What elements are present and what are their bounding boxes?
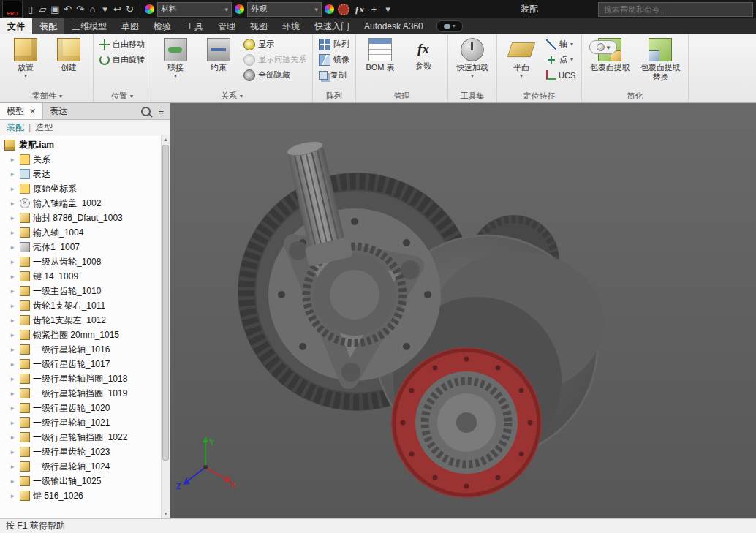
expand-chevron-icon[interactable]: ▸ bbox=[11, 156, 17, 163]
tree-item[interactable]: ▸ 键 516_1026 bbox=[0, 488, 170, 503]
pattern-button[interactable]: 阵列 bbox=[317, 37, 352, 51]
parameters-fx-icon[interactable]: ƒx bbox=[352, 4, 366, 15]
tree-item[interactable]: ▸ 一级行星轮轴挡圈_1022 bbox=[0, 430, 170, 445]
new-file-icon[interactable]: ▯ bbox=[24, 2, 37, 17]
home-icon[interactable]: ⌂ bbox=[86, 2, 99, 17]
ribbon-tab[interactable]: 工具 bbox=[178, 18, 211, 34]
tree-item[interactable]: ▸ 输入轴端盖_1002 bbox=[0, 196, 170, 211]
expand-chevron-icon[interactable]: ▸ bbox=[11, 273, 17, 280]
scroll-down-icon[interactable]: ▼ bbox=[163, 510, 168, 518]
panel-label-simplify[interactable]: 简化 bbox=[584, 90, 686, 102]
tree-item[interactable]: ▸ 油封 8786_Dfaut_1003 bbox=[0, 211, 170, 225]
tree-item[interactable]: ▸ 原始坐标系 bbox=[0, 181, 170, 196]
tree-item[interactable]: ▸ 一级行星轮轴挡圈_1019 bbox=[0, 386, 170, 401]
model-tab[interactable]: 模型 ✕ bbox=[0, 103, 43, 119]
expand-chevron-icon[interactable]: ▸ bbox=[11, 477, 17, 485]
tree-item[interactable]: ▸ 壳体1_1007 bbox=[0, 240, 170, 254]
undo-icon[interactable]: ↶ bbox=[61, 2, 74, 17]
tree-item[interactable]: ▸ 一级行星轮轴_1016 bbox=[0, 342, 170, 357]
expand-chevron-icon[interactable]: ▸ bbox=[11, 404, 17, 412]
joint-button[interactable]: 联接 ▾ bbox=[155, 37, 196, 78]
expand-chevron-icon[interactable]: ▸ bbox=[11, 360, 17, 368]
expand-chevron-icon[interactable]: ▸ bbox=[11, 463, 17, 470]
expand-chevron-icon[interactable]: ▸ bbox=[11, 434, 17, 441]
free-rotate-button[interactable]: 自由旋转 bbox=[97, 53, 147, 67]
help-search-input[interactable] bbox=[602, 4, 749, 15]
ribbon-tab[interactable]: 文件 bbox=[0, 18, 32, 34]
panel-label-manage[interactable]: 管理 bbox=[358, 90, 445, 102]
expand-chevron-icon[interactable]: ▸ bbox=[11, 492, 17, 499]
expand-chevron-icon[interactable]: ▸ bbox=[11, 346, 17, 353]
tree-item[interactable]: ▸ 一级行星轮轴_1021 bbox=[0, 415, 170, 430]
panel-label-toolset[interactable]: 工具集 bbox=[450, 90, 494, 102]
update-icon[interactable]: ↻ bbox=[124, 2, 136, 17]
toolbar-menu-arrow-icon[interactable]: ▾ bbox=[382, 2, 394, 17]
ribbon-tab[interactable]: 草图 bbox=[114, 18, 146, 34]
expand-chevron-icon[interactable]: ▸ bbox=[11, 375, 17, 382]
panel-label-relationships[interactable]: 关系▾ bbox=[154, 90, 310, 102]
expand-chevron-icon[interactable]: ▸ bbox=[11, 448, 17, 455]
tree-item[interactable]: ▸ 一级输出轴_1025 bbox=[0, 474, 170, 488]
copy-button[interactable]: 复制 bbox=[317, 68, 352, 82]
a360-cloud-button[interactable]: ▾ bbox=[436, 20, 463, 32]
ribbon-options-button[interactable]: ▾ bbox=[589, 40, 617, 54]
3d-viewport[interactable]: Y X Z bbox=[170, 103, 756, 518]
modeling-subtab[interactable]: 造型 bbox=[35, 121, 53, 134]
ribbon-tab[interactable]: 视图 bbox=[243, 18, 275, 34]
ribbon-tab[interactable]: 环境 bbox=[275, 18, 307, 34]
ribbon-tab[interactable]: 管理 bbox=[211, 18, 243, 34]
ribbon-tab[interactable]: 三维模型 bbox=[64, 18, 114, 34]
hide-all-button[interactable]: 全部隐藏 bbox=[241, 68, 309, 82]
tree-item[interactable]: ▸ 键 14_1009 bbox=[0, 269, 170, 284]
tree-item[interactable]: ▸ 锁紧挡圈 20mm_1015 bbox=[0, 328, 170, 342]
tree-item[interactable]: ▸ 齿轮1支架右_1011 bbox=[0, 298, 170, 313]
close-icon[interactable]: ✕ bbox=[29, 107, 36, 116]
scrollbar-thumb[interactable] bbox=[162, 145, 169, 461]
panel-label-pattern[interactable]: 阵列 bbox=[315, 90, 353, 102]
ribbon-tab[interactable]: 装配 bbox=[32, 18, 64, 34]
panel-label-components[interactable]: 零部件▾ bbox=[4, 90, 91, 102]
settings-gear-icon[interactable] bbox=[338, 4, 349, 15]
material-combo[interactable]: 材料 ▾ bbox=[157, 2, 232, 17]
free-move-button[interactable]: 自由移动 bbox=[97, 37, 147, 51]
ribbon-tab[interactable]: 检验 bbox=[146, 18, 178, 34]
tree-item[interactable]: ▸ 一级行星齿轮_1023 bbox=[0, 445, 170, 459]
express-tab[interactable]: 表达 bbox=[43, 103, 74, 119]
tree-item[interactable]: ▸ 输入轴_1004 bbox=[0, 225, 170, 240]
assembly-subtab[interactable]: 装配 bbox=[7, 121, 24, 134]
return-icon[interactable]: ↩ bbox=[111, 2, 124, 17]
expand-chevron-icon[interactable]: ▸ bbox=[11, 331, 17, 339]
expand-chevron-icon[interactable]: ▸ bbox=[11, 302, 17, 309]
tree-item[interactable]: ▸ 一级行星齿轮_1020 bbox=[0, 401, 170, 415]
axis-button[interactable]: 轴 ▾ bbox=[544, 37, 578, 51]
tree-item[interactable]: ▸ 关系 bbox=[0, 152, 170, 167]
ribbon-tab[interactable]: Autodesk A360 bbox=[357, 18, 431, 34]
expand-chevron-icon[interactable]: ▸ bbox=[11, 243, 17, 251]
expand-chevron-icon[interactable]: ▸ bbox=[11, 229, 17, 236]
ribbon-tab[interactable]: 快速入门 bbox=[307, 18, 357, 34]
tree-item[interactable]: ▸ 表达 bbox=[0, 167, 170, 181]
panel-label-position[interactable]: 位置▾ bbox=[96, 90, 148, 102]
redo-icon[interactable]: ↷ bbox=[74, 2, 86, 17]
tree-item[interactable]: ▸ 一级主齿轮_1010 bbox=[0, 284, 170, 298]
expand-chevron-icon[interactable]: ▸ bbox=[11, 170, 17, 178]
place-button[interactable]: 放置 ▾ bbox=[5, 37, 46, 78]
shrinkwrap-substitute-button[interactable]: 包覆面提取替换 bbox=[636, 37, 684, 82]
root-node[interactable]: 装配.iam bbox=[0, 137, 170, 152]
panel-label-work-features[interactable]: 定位特征 bbox=[499, 90, 579, 102]
expand-chevron-icon[interactable]: ▸ bbox=[11, 200, 17, 207]
bom-button[interactable]: BOM 表 bbox=[360, 37, 401, 73]
parameters-button[interactable]: fx 参数 bbox=[403, 37, 444, 72]
create-button[interactable]: 创建 bbox=[48, 37, 89, 73]
tree-item[interactable]: ▸ 一级行星轮轴_1024 bbox=[0, 459, 170, 474]
plus-icon[interactable]: + bbox=[368, 2, 380, 17]
search-icon[interactable] bbox=[141, 107, 151, 116]
tree-item[interactable]: ▸ 齿轮1支架左_1012 bbox=[0, 313, 170, 328]
quick-load-button[interactable]: 快速加载 ▾ bbox=[452, 37, 493, 78]
tree-item[interactable]: ▸ 一级行星齿轮_1017 bbox=[0, 357, 170, 371]
plane-button[interactable]: 平面 ▾ bbox=[501, 37, 542, 78]
ucs-button[interactable]: UCS bbox=[544, 68, 578, 82]
open-icon[interactable]: ▱ bbox=[37, 2, 49, 17]
expand-chevron-icon[interactable]: ▸ bbox=[11, 419, 17, 426]
expand-chevron-icon[interactable]: ▸ bbox=[11, 390, 17, 397]
